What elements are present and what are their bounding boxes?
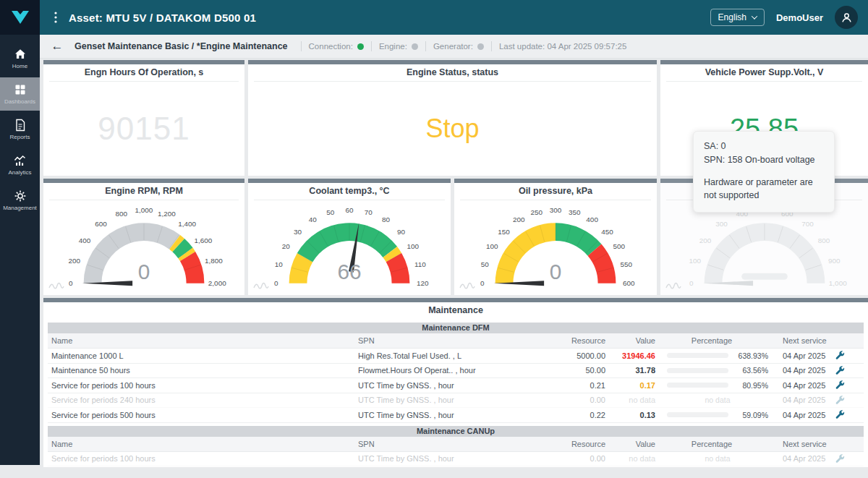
main-column: Asset: MTU 5V / DATAKOM D500 01 English … [40, 0, 868, 478]
user-name: DemoUser [776, 12, 823, 23]
svg-text:90: 90 [397, 228, 406, 236]
separator [301, 41, 302, 51]
table-header-row: Name SPN Resource Value Percentage Next … [48, 333, 864, 349]
svg-text:0: 0 [480, 279, 485, 287]
sidebar-item-analytics[interactable]: Analytics [0, 148, 40, 182]
svg-text:800: 800 [817, 236, 830, 244]
cell-actions [835, 410, 864, 419]
tooltip-message: Hardware or parameter are not supported [704, 176, 824, 203]
tooltip-sa: SA: 0 [704, 140, 824, 153]
cell-next-service: 04 Apr 2025 [768, 396, 835, 404]
wrench-icon[interactable] [835, 380, 845, 390]
svg-text:1,400: 1,400 [178, 220, 196, 228]
value-card-title: Engn Hours Of Operation, s [49, 64, 239, 82]
cell-next-service: 04 Apr 2025 [768, 351, 835, 360]
wrench-icon[interactable] [835, 396, 845, 405]
col-value: Value [605, 336, 655, 345]
section-header: Maintenance CANUp [48, 426, 864, 437]
svg-text:350: 350 [569, 208, 581, 216]
cell-next-service: 04 Apr 2025 [768, 411, 835, 419]
svg-text:450: 450 [601, 228, 613, 236]
trend-icon[interactable] [48, 279, 69, 292]
sidebar-column: Home Dashboards Reports Analytics Manage… [0, 0, 40, 478]
svg-text:1,000: 1,000 [828, 279, 846, 287]
cell-resource: 0.00 [520, 396, 605, 404]
sidebar-nav: Home Dashboards Reports Analytics Manage… [0, 35, 40, 219]
cell-spn: UTC Time by GNSS. , hour [358, 411, 520, 419]
value-card: Engine Status, status Stop [248, 60, 657, 176]
sidebar-item-reports[interactable]: Reports [0, 113, 40, 146]
kebab-menu-icon[interactable] [54, 11, 57, 24]
cell-actions [835, 396, 864, 405]
svg-text:0: 0 [138, 260, 150, 283]
progress-bar [667, 383, 728, 388]
svg-text:600: 600 [623, 279, 635, 287]
svg-text:300: 300 [550, 206, 562, 214]
maintenance-title: Maintenance [43, 302, 868, 318]
status-indicators: Connection: Engine: Generator: [301, 41, 484, 51]
svg-text:50: 50 [326, 208, 335, 216]
cell-resource: 0.21 [520, 381, 605, 390]
cell-value: no data [605, 454, 655, 463]
trend-icon[interactable] [252, 279, 274, 292]
back-arrow-icon[interactable]: ← [47, 39, 67, 54]
gauge-chart: 01002003004005006007008009001,000 [664, 202, 865, 294]
sidebar-item-label: Management [3, 205, 37, 211]
last-update: Last update: 04 Apr 2025 09:57:25 [491, 41, 626, 51]
gauge-card: Coolant temp3., °C 010203040506070809010… [248, 179, 451, 295]
svg-text:400: 400 [586, 215, 598, 223]
percentage-label: 80.95% [733, 381, 768, 390]
value-card-value: 90151 [43, 82, 244, 176]
section-header: Maintenance DFM [48, 323, 864, 333]
status-label: Connection: [309, 42, 353, 51]
status-item: Engine: [371, 41, 418, 51]
svg-text:800: 800 [115, 210, 127, 218]
col-next-service: Next service [768, 336, 835, 345]
sidebar: Home Dashboards Reports Analytics Manage… [0, 0, 40, 465]
cell-next-service: 04 Apr 2025 [768, 454, 835, 463]
status-label: Generator: [433, 42, 473, 51]
wrench-icon[interactable] [835, 454, 845, 464]
status-dot [357, 43, 364, 50]
svg-text:40: 40 [309, 215, 318, 223]
progress-bar [667, 412, 728, 417]
cell-resource: 50.00 [520, 366, 605, 375]
maintenance-panel: Maintenance Maintenance DFM Name SPN Res… [43, 298, 868, 467]
col-value: Value [605, 440, 655, 448]
wrench-icon[interactable] [835, 351, 845, 360]
analytics-icon [13, 154, 27, 167]
cell-name: Service for periods 240 hours [48, 396, 358, 404]
wrench-icon[interactable] [835, 366, 845, 375]
trend-icon[interactable] [459, 279, 480, 292]
svg-text:120: 120 [417, 279, 429, 287]
wrench-icon[interactable] [835, 410, 845, 419]
cell-spn: High Res.Total Fuel Used. , L [358, 351, 520, 360]
home-icon [14, 48, 27, 61]
sidebar-item-home[interactable]: Home [0, 42, 40, 75]
app-logo[interactable] [0, 0, 40, 35]
cell-percentage: no data [655, 396, 768, 404]
status-dot [412, 43, 418, 50]
svg-text:200: 200 [513, 215, 525, 223]
management-icon [14, 189, 27, 202]
svg-text:400: 400 [79, 236, 91, 244]
svg-text:700: 700 [801, 220, 814, 228]
separator [425, 41, 426, 51]
language-selector[interactable]: English [710, 9, 765, 26]
svg-text:1,800: 1,800 [205, 257, 223, 265]
svg-text:70: 70 [365, 208, 373, 216]
separator [371, 41, 372, 51]
cell-actions [835, 380, 864, 390]
table-row: Service for periods 100 hours UTC Time b… [48, 452, 864, 467]
cell-resource: 5000.00 [520, 351, 605, 360]
user-avatar[interactable] [835, 6, 858, 29]
sidebar-item-dashboards[interactable]: Dashboards [0, 77, 40, 111]
sidebar-item-management[interactable]: Management [0, 184, 40, 217]
trend-icon[interactable] [665, 279, 686, 292]
gauge-card-title: Oil pressure, kPa [460, 183, 651, 200]
svg-text:30: 30 [294, 228, 302, 236]
tooltip-spn: SPN: 158 On-board voltage [704, 153, 824, 167]
gauge-card-title: Engine RPM, RPM [49, 183, 239, 200]
cell-percentage: 59.09% [655, 411, 768, 419]
gauge-card: Engine RPM, RPM 02004006008001,0001,2001… [43, 179, 244, 295]
